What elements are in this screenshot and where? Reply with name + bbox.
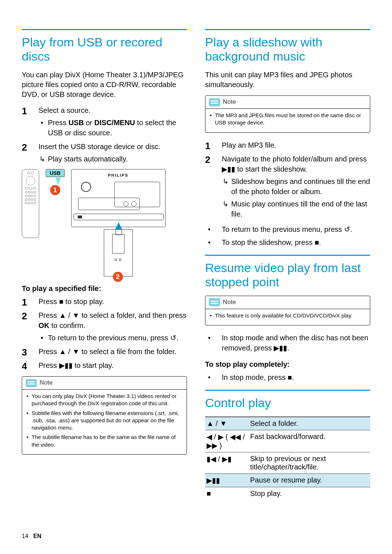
note-icon	[209, 98, 220, 106]
step-2: Insert the USB storage device or disc. P…	[22, 141, 187, 164]
callout-2: 2	[113, 272, 123, 282]
table-row: ■Stop play.	[205, 487, 370, 500]
illustration: USB 1 PHILIPS ⊷ 2	[22, 169, 187, 276]
note-icon	[26, 379, 37, 387]
intro-usb: You can play DivX (Home Theater 3.1)/MP3…	[22, 70, 187, 99]
note-icon	[209, 298, 220, 306]
slide-bullet-return: To return to the previous menu, press ↺.	[205, 224, 370, 234]
callout-1: 1	[50, 185, 60, 195]
note-left-1: You can only play DivX (Home Theater 3.1…	[26, 393, 182, 407]
spec-step-4: Press ▶▮▮ to start play.	[22, 360, 187, 370]
device-icon: PHILIPS ⊷	[71, 169, 166, 227]
slide-step-2: Navigate to the photo folder/album and p…	[205, 154, 370, 219]
pointer-icon	[55, 178, 61, 185]
remote-icon	[22, 169, 39, 238]
note-box-slideshow: Note The MP3 and JPEG files must be stor…	[205, 95, 370, 132]
section-title-usb: Play from USB or recored discs	[22, 35, 187, 63]
note-left-3: The subtitle filename has to be the same…	[26, 434, 182, 448]
spec-step-3: Press ▲ / ▼ to select a file from the fo…	[22, 346, 187, 357]
intro-slideshow: This unit can play MP3 files and JPEG ph…	[205, 70, 370, 90]
slide-bullet-stop: To stop the slideshow, press ■.	[205, 237, 370, 247]
note-left-2: Subtitle files with the following filena…	[26, 410, 182, 432]
note-resume-1: This feature is only available for CD/DV…	[210, 312, 366, 319]
note-box-left: Note You can only play DivX (Home Theate…	[22, 376, 187, 455]
spec-step-2: Press ▲ / ▼ to select a folder, and then…	[22, 310, 187, 343]
section-title-resume: Resume video play from last stopped poin…	[205, 261, 370, 289]
section-title-control: Control play	[205, 396, 370, 410]
step-1: Select a source. Press USB or DISC/MENU …	[22, 105, 187, 138]
section-title-slideshow: Play a slideshow with background music	[205, 35, 370, 63]
note-box-resume: Note This feature is only available for …	[205, 296, 370, 325]
subhead-stop-completely: To stop play completely:	[205, 360, 370, 369]
table-row: ▲ / ▼Select a folder.	[205, 417, 370, 430]
note-slideshow-1: The MP3 and JPEG files must be stored on…	[210, 112, 366, 127]
page-footer: 14EN	[22, 533, 41, 539]
usb-label: USB	[46, 169, 65, 177]
controls-table: ▲ / ▼Select a folder. ◀ / ▶ ( ◀◀ / ▶▶ )F…	[205, 416, 370, 500]
usb-zoom-icon: 2	[104, 229, 133, 276]
table-row: ▶▮▮Pause or resume play.	[205, 474, 370, 487]
step-1-sub: Press USB or DISC/MENU to select the USB…	[38, 118, 187, 138]
slide-step-1: Play an MP3 file.	[205, 140, 370, 150]
resume-bullet-2: In stop mode, press ■.	[205, 372, 370, 382]
subhead-specified-file: To play a specified file:	[22, 284, 187, 293]
spec-step-2-sub: To return to the previous menu, press ↺.	[38, 333, 187, 343]
step-2-sub: Play starts automatically.	[38, 154, 187, 164]
resume-bullet-1: In stop mode and when the disc has not b…	[205, 333, 370, 353]
slide-sub-1: Slideshow begins and continues till the …	[222, 176, 370, 197]
table-row: ◀ / ▶ ( ◀◀ / ▶▶ )Fast backward/forward.	[205, 430, 370, 452]
table-row: ▮◀ / ▶▮Skip to previous or next title/ch…	[205, 452, 370, 474]
spec-step-1: Press ■ to stop play.	[22, 296, 187, 307]
slide-sub-2: Music play continues till the end of the…	[222, 199, 370, 219]
